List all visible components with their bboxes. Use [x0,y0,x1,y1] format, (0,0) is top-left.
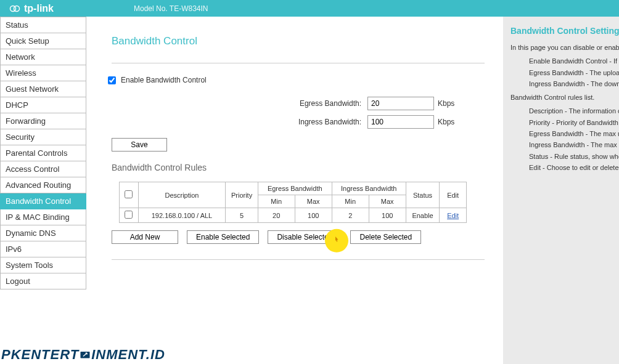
edit-link[interactable]: Edit [447,212,459,219]
pointer-cursor-icon [332,236,342,246]
help-intro: In this page you can disable or enable t… [510,43,619,52]
sidebar-item-bandwidth-control[interactable]: Bandwidth Control [0,193,86,209]
col-in-max: Max [369,195,406,208]
sidebar: StatusQuick SetupNetworkWirelessGuest Ne… [0,17,87,364]
sidebar-item-system-tools[interactable]: System Tools [0,257,86,273]
col-ingress: Ingress Bandwidth [332,182,406,195]
sidebar-item-status[interactable]: Status [0,17,86,33]
help-item: Egress Bandwidth - The max upload speed … [529,129,619,138]
sidebar-item-guest-network[interactable]: Guest Network [0,81,86,97]
cell-status: Enable [406,208,440,223]
model-number: Model No. TE-W834IN [134,4,208,13]
watermark: PKENTERTINMENT.ID [1,347,165,363]
brand: tp-link [9,3,54,14]
enable-checkbox-input[interactable] [108,76,116,84]
cell-eg-max: 100 [295,208,332,223]
cell-description: 192.168.0.100 / ALL [138,208,226,223]
col-status: Status [406,182,440,208]
rules-table: Description Priority Egress Bandwidth In… [119,182,467,223]
col-eg-min: Min [258,195,295,208]
egress-unit: Kbps [438,99,454,108]
sidebar-item-parental-controls[interactable]: Parental Controls [0,145,86,161]
sidebar-item-forwarding[interactable]: Forwarding [0,113,86,129]
help-item: Ingress Bandwidth - The download speed t… [529,79,619,88]
sidebar-item-dhcp[interactable]: DHCP [0,97,86,113]
cell-in-min: 2 [332,208,369,223]
col-eg-max: Max [295,195,332,208]
sidebar-item-advanced-routing[interactable]: Advanced Routing [0,177,86,193]
enable-bandwidth-checkbox[interactable]: Enable Bandwidth Control [108,76,485,84]
sidebar-item-access-control[interactable]: Access Control [0,161,86,177]
col-egress: Egress Bandwidth [258,182,332,195]
brand-logo-icon [9,3,20,14]
cell-eg-min: 20 [258,208,295,223]
help-panel: Bandwidth Control Settings In this page … [503,17,619,364]
enable-selected-button[interactable]: Enable Selected [187,230,259,244]
ingress-label: Ingress Bandwidth: [112,118,367,126]
sidebar-item-security[interactable]: Security [0,129,86,145]
help-item: Status - Rule status, show whether the r… [529,152,619,161]
rules-title: Bandwidth Control Rules [112,163,485,172]
save-button[interactable]: Save [112,138,167,152]
cell-in-max: 100 [369,208,406,223]
sidebar-item-wireless[interactable]: Wireless [0,65,86,81]
help-subtitle: Bandwidth Control rules list. [510,93,619,102]
cell-priority: 5 [226,208,258,223]
sidebar-item-ip-mac-binding[interactable]: IP & MAC Binding [0,209,86,225]
help-item: Ingress Bandwidth - The max download spe… [529,140,619,149]
table-row: 192.168.0.100 / ALL 5 20 100 2 100 Enabl… [120,208,467,223]
ingress-input[interactable] [367,115,434,129]
egress-label: Egress Bandwidth: [112,99,367,108]
help-title: Bandwidth Control Settings [510,26,619,36]
help-item: Priority - Priority of Bandwidth Control… [529,118,619,127]
sidebar-item-logout[interactable]: Logout [0,273,86,289]
sidebar-item-quick-setup[interactable]: Quick Setup [0,33,86,49]
enable-checkbox-label: Enable Bandwidth Control [121,76,207,84]
col-edit: Edit [440,182,467,208]
help-item: Enable Bandwidth Control - If enabled, t… [529,57,619,65]
sidebar-item-network[interactable]: Network [0,49,86,65]
col-in-min: Min [332,195,369,208]
watermark-icon [79,350,91,361]
divider [112,63,485,63]
help-item: Egress Bandwidth - The upload speed thro… [529,68,619,77]
divider-bottom [112,259,485,260]
main-content: Bandwidth Control Enable Bandwidth Contr… [87,17,503,364]
header: tp-link Model No. TE-W834IN [0,0,619,17]
delete-selected-button[interactable]: Delete Selected [350,230,421,244]
help-item: Description - The information of descrip… [529,107,619,115]
sidebar-item-dynamic-dns[interactable]: Dynamic DNS [0,225,86,241]
ingress-unit: Kbps [438,118,454,126]
brand-text: tp-link [24,3,54,14]
cursor-highlight [325,229,348,253]
disable-selected-button[interactable]: Disable Selected [268,230,342,244]
col-priority: Priority [226,182,258,208]
sidebar-item-ipv6[interactable]: IPv6 [0,241,86,257]
select-all-checkbox[interactable] [125,190,133,198]
svg-point-1 [14,6,20,11]
add-new-button[interactable]: Add New [112,230,178,244]
page-title: Bandwidth Control [112,35,485,47]
col-description: Description [138,182,226,208]
disable-selected-label: Disable Selected [277,233,332,241]
egress-input[interactable] [367,97,434,110]
help-item: Edit - Choose to edit or delete an exist… [529,163,619,172]
row-checkbox[interactable] [125,211,133,219]
